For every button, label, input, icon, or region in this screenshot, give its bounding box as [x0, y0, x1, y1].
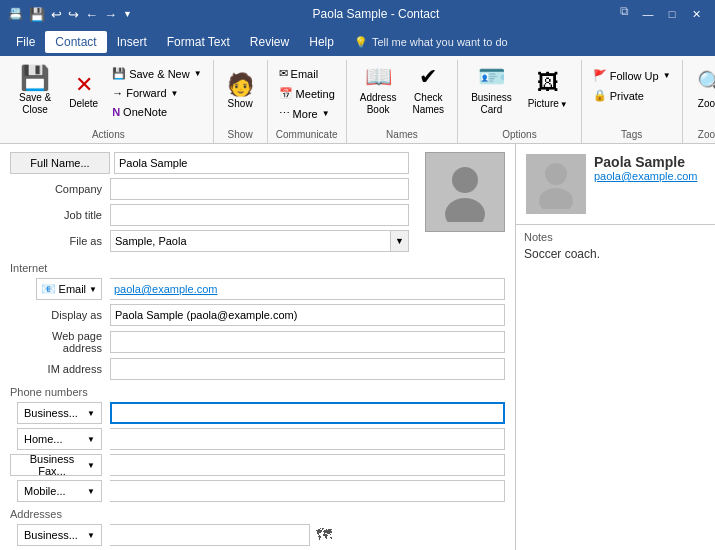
home-phone-input[interactable] [110, 428, 505, 450]
email-row: 📧 Email ▼ [10, 278, 505, 300]
show-button[interactable]: 🧑 Show [220, 60, 261, 120]
contact-card-info: Paola Sample paola@example.com [594, 154, 698, 182]
zoom-button[interactable]: 🔍 Zoom [689, 60, 715, 120]
file-as-label: File as [10, 235, 110, 247]
quick-access-redo[interactable]: ↪ [68, 7, 79, 22]
company-input[interactable] [110, 178, 409, 200]
save-new-button[interactable]: 💾 Save & New ▼ [107, 64, 206, 83]
onenote-icon: N [112, 106, 120, 118]
menu-insert[interactable]: Insert [107, 31, 157, 53]
mobile-phone-arrow: ▼ [87, 487, 95, 496]
company-label: Company [10, 183, 110, 195]
close-button[interactable]: ✕ [685, 4, 707, 24]
im-input[interactable] [110, 358, 505, 380]
check-names-button[interactable]: ✔ CheckNames [405, 60, 451, 120]
forward-button[interactable]: → Forward ▼ [107, 84, 206, 102]
webpage-input[interactable] [110, 331, 505, 353]
quick-access-back[interactable]: ← [85, 7, 98, 22]
onenote-button[interactable]: N OneNote [107, 103, 206, 121]
communicate-label: Communicate [274, 127, 340, 143]
mobile-phone-input[interactable] [110, 480, 505, 502]
home-phone-arrow: ▼ [87, 435, 95, 444]
business-fax-button[interactable]: Business Fax... ▼ [10, 454, 102, 476]
address-type-button[interactable]: Business... ▼ [17, 524, 102, 546]
contact-photo[interactable] [425, 152, 505, 232]
quick-access-save[interactable]: 💾 [29, 7, 45, 22]
ribbon: 💾 Save &Close ✕ Delete 💾 Save & New ▼ → … [0, 56, 715, 144]
home-phone-button[interactable]: Home... ▼ [17, 428, 102, 450]
quick-access-forward[interactable]: → [104, 7, 117, 22]
communicate-buttons: ✉ Email 📅 Meeting ⋯ More ▼ [274, 60, 340, 127]
picture-button[interactable]: 🖼 Picture▼ [521, 60, 575, 120]
email-button[interactable]: ✉ Email [274, 64, 340, 83]
meeting-button[interactable]: 📅 Meeting [274, 84, 340, 103]
display-as-input[interactable] [110, 304, 505, 326]
file-as-input[interactable] [110, 230, 391, 252]
resize-icon: ⧉ [620, 4, 629, 24]
file-as-dropdown[interactable]: ▼ [391, 230, 409, 252]
menu-file[interactable]: File [6, 31, 45, 53]
quick-access-customize[interactable]: ▼ [123, 9, 132, 19]
options-label: Options [464, 127, 575, 143]
business-phone-button[interactable]: Business... ▼ [17, 402, 102, 424]
follow-up-button[interactable]: 🚩 Follow Up ▼ [588, 64, 676, 85]
contact-card-email[interactable]: paola@example.com [594, 170, 698, 182]
picture-icon: 🖼 [537, 70, 559, 96]
full-name-button[interactable]: Full Name... [10, 152, 110, 174]
private-button[interactable]: 🔒 Private [588, 86, 676, 105]
zoom-label: Zoom [698, 98, 715, 110]
more-button[interactable]: ⋯ More ▼ [274, 104, 340, 123]
search-help-text[interactable]: Tell me what you want to do [372, 36, 508, 48]
menu-help[interactable]: Help [299, 31, 344, 53]
ribbon-group-zoom: 🔍 Zoom Zoom [683, 60, 715, 143]
email-type-button[interactable]: 📧 Email ▼ [36, 278, 102, 300]
delete-icon: ✕ [75, 72, 93, 98]
address-row: Business... ▼ 🗺 [10, 524, 505, 546]
email-type-arrow: ▼ [89, 285, 97, 294]
menu-format-text[interactable]: Format Text [157, 31, 240, 53]
job-title-row: Job title [10, 204, 409, 226]
meeting-icon: 📅 [279, 87, 293, 100]
follow-up-arrow: ▼ [663, 71, 671, 80]
svg-point-2 [545, 163, 567, 185]
delete-button[interactable]: ✕ Delete [62, 60, 105, 120]
save-close-button[interactable]: 💾 Save &Close [10, 60, 60, 120]
business-card-button[interactable]: 🪪 BusinessCard [464, 60, 519, 120]
ribbon-group-show: 🧑 Show Show [214, 60, 268, 143]
webpage-label: Web page address [10, 330, 110, 354]
full-name-input[interactable] [114, 152, 409, 174]
lightbulb-icon: 💡 [354, 36, 368, 49]
file-as-row: File as ▼ [10, 230, 409, 252]
address-input[interactable] [110, 524, 310, 546]
ribbon-group-tags: 🚩 Follow Up ▼ 🔒 Private Tags [582, 60, 683, 143]
meeting-label: Meeting [296, 88, 335, 100]
follow-up-icon: 🚩 [593, 69, 607, 82]
map-icon[interactable]: 🗺 [316, 526, 332, 544]
business-phone-input[interactable] [110, 402, 505, 424]
menu-contact[interactable]: Contact [45, 31, 106, 53]
contact-card-name: Paola Sample [594, 154, 698, 170]
mobile-phone-row: Mobile... ▼ [10, 480, 505, 502]
ribbon-group-communicate: ✉ Email 📅 Meeting ⋯ More ▼ Communicate [268, 60, 347, 143]
job-title-input[interactable] [110, 204, 409, 226]
address-book-icon: 📖 [365, 64, 392, 90]
maximize-button[interactable]: □ [661, 4, 683, 24]
email-input[interactable] [110, 278, 505, 300]
tags-col: 🚩 Follow Up ▼ 🔒 Private [588, 60, 676, 105]
private-icon: 🔒 [593, 89, 607, 102]
mobile-phone-button[interactable]: Mobile... ▼ [17, 480, 102, 502]
address-book-button[interactable]: 📖 AddressBook [353, 60, 404, 120]
business-phone-arrow: ▼ [87, 409, 95, 418]
business-fax-input[interactable] [110, 454, 505, 476]
file-as-container: ▼ [110, 230, 409, 252]
quick-access-undo[interactable]: ↩ [51, 7, 62, 22]
onenote-label: OneNote [123, 106, 167, 118]
business-fax-row: Business Fax... ▼ [10, 454, 505, 476]
search-help[interactable]: 💡 Tell me what you want to do [354, 36, 508, 49]
show-icon: 🧑 [227, 72, 254, 98]
minimize-button[interactable]: — [637, 4, 659, 24]
business-phone-row: Business... ▼ [10, 402, 505, 424]
svg-point-1 [445, 198, 485, 222]
job-title-label: Job title [10, 209, 110, 221]
menu-review[interactable]: Review [240, 31, 299, 53]
